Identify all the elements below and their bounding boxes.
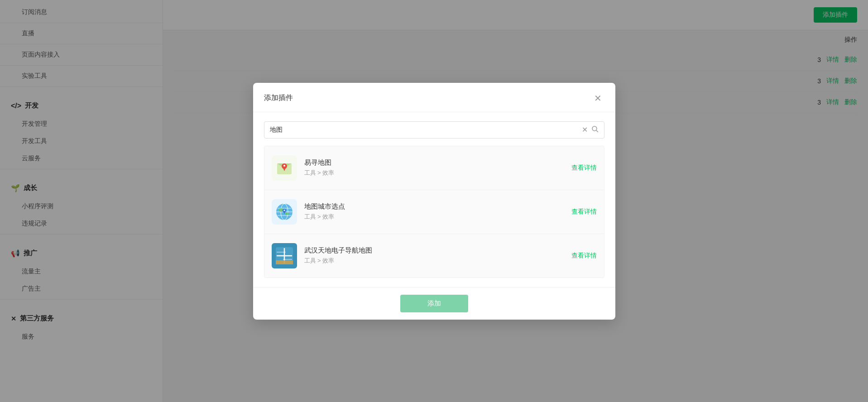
plugin-name-2: 地图城市选点 <box>304 202 564 211</box>
add-plugin-modal: 添加插件 ✕ ✕ <box>253 83 615 320</box>
svg-point-6 <box>283 165 285 167</box>
plugin-detail-link-3[interactable]: 查看详情 <box>571 252 597 260</box>
modal-backdrop: 添加插件 ✕ ✕ <box>0 0 868 402</box>
plugin-name-1: 易寻地图 <box>304 158 564 167</box>
plugin-item: 武汉天地电子导航地图 工具 > 效率 查看详情 <box>264 234 604 278</box>
plugin-detail-link-1[interactable]: 查看详情 <box>571 164 597 172</box>
plugin-item: 易寻地图 工具 > 效率 查看详情 <box>264 146 604 190</box>
plugin-icon-2 <box>272 199 297 225</box>
modal-close-button[interactable]: ✕ <box>592 92 604 105</box>
plugin-list: 易寻地图 工具 > 效率 查看详情 <box>264 146 604 278</box>
search-input[interactable] <box>270 126 578 134</box>
modal-title: 添加插件 <box>264 93 293 103</box>
plugin-category-3: 工具 > 效率 <box>304 257 564 265</box>
search-bar: ✕ <box>264 121 604 139</box>
plugin-info-2: 地图城市选点 工具 > 效率 <box>304 202 564 221</box>
svg-line-1 <box>596 130 598 132</box>
plugin-icon-1 <box>272 155 297 181</box>
modal-body: ✕ <box>253 112 615 287</box>
plugin-info-3: 武汉天地电子导航地图 工具 > 效率 <box>304 246 564 265</box>
svg-point-16 <box>283 210 285 211</box>
svg-rect-23 <box>276 260 293 264</box>
modal-add-button[interactable]: 添加 <box>400 295 468 312</box>
plugin-category-2: 工具 > 效率 <box>304 213 564 221</box>
modal-footer: 添加 <box>253 287 615 320</box>
modal-header: 添加插件 ✕ <box>253 83 615 112</box>
plugin-detail-link-2[interactable]: 查看详情 <box>571 208 597 216</box>
plugin-category-1: 工具 > 效率 <box>304 169 564 177</box>
search-clear-icon[interactable]: ✕ <box>582 125 588 134</box>
plugin-name-3: 武汉天地电子导航地图 <box>304 246 564 255</box>
plugin-item: 地图城市选点 工具 > 效率 查看详情 <box>264 190 604 234</box>
plugin-icon-3 <box>272 243 297 268</box>
plugin-info-1: 易寻地图 工具 > 效率 <box>304 158 564 177</box>
svg-point-13 <box>285 212 289 215</box>
search-icon[interactable] <box>591 125 599 134</box>
